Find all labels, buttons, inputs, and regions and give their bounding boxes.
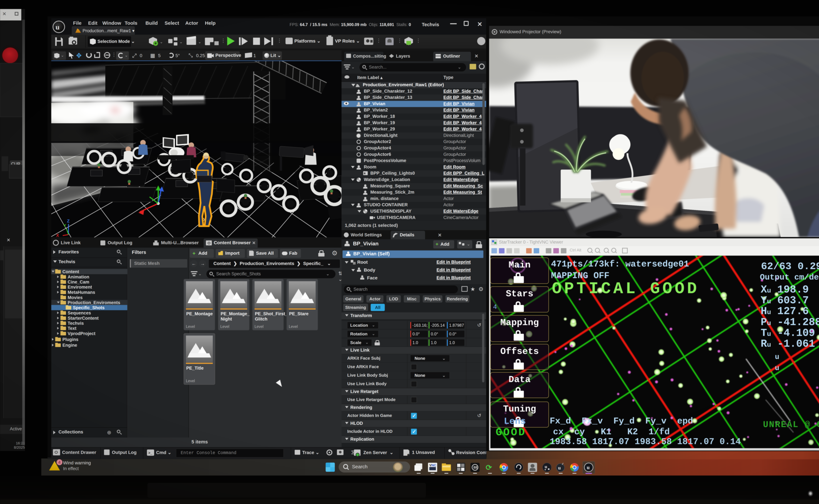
svg-text:X: X <box>56 233 59 237</box>
svg-text:Z: Z <box>67 219 70 223</box>
svg-text:Y: Y <box>63 223 66 228</box>
